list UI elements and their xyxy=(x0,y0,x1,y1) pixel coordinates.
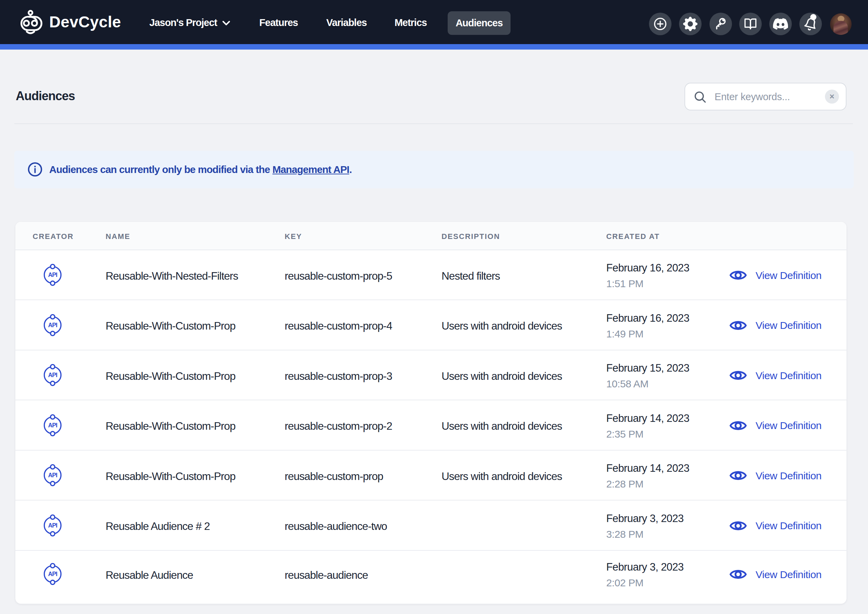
svg-text:API: API xyxy=(48,472,57,479)
svg-text:API: API xyxy=(48,422,57,429)
svg-text:API: API xyxy=(48,272,57,278)
svg-text:API: API xyxy=(48,322,57,328)
svg-text:API: API xyxy=(48,522,57,529)
svg-text:API: API xyxy=(48,372,57,379)
svg-text:API: API xyxy=(48,571,57,578)
